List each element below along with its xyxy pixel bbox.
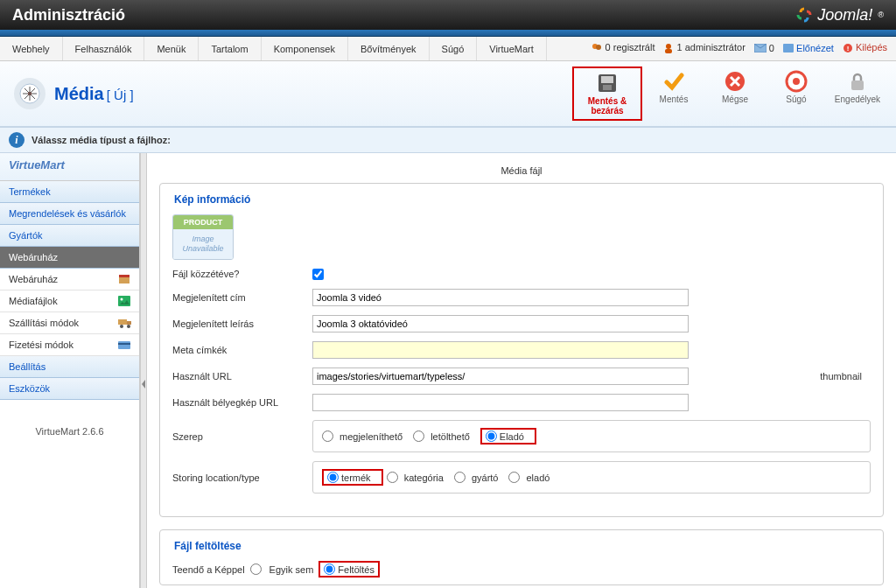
title-input[interactable] xyxy=(312,289,689,306)
status-admin[interactable]: 1 adminisztrátor xyxy=(663,42,745,54)
preview-icon xyxy=(783,44,794,54)
page-subtitle: [ Új ] xyxy=(107,88,134,102)
menu-menus[interactable]: Menük xyxy=(144,37,199,60)
sidebar-sub-payment[interactable]: Fizetési módok xyxy=(0,334,139,356)
lock-icon xyxy=(830,70,886,93)
sidebar-version: VirtueMart 2.6.6 xyxy=(0,400,139,463)
truck-icon xyxy=(118,318,130,328)
upload-none-radio[interactable] xyxy=(250,564,262,575)
svg-point-2 xyxy=(666,44,671,49)
permissions-button[interactable]: Engedélyek xyxy=(828,66,887,121)
svg-rect-20 xyxy=(851,80,864,90)
sidebar-toggle[interactable] xyxy=(140,153,147,588)
role-downloadable-radio[interactable] xyxy=(413,430,424,442)
url-input[interactable] xyxy=(312,368,689,385)
svg-point-27 xyxy=(120,325,123,328)
storing-product-radio[interactable] xyxy=(327,472,339,483)
main-menu: Webhely Felhasználók Menük Tartalom Komp… xyxy=(0,37,896,61)
info-icon: i xyxy=(9,132,24,148)
payment-icon xyxy=(118,340,130,350)
menu-extensions[interactable]: Bővítmények xyxy=(348,37,430,60)
svg-rect-15 xyxy=(601,76,613,83)
svg-rect-22 xyxy=(119,275,130,277)
svg-rect-29 xyxy=(118,341,130,349)
label-thumb-url: Használt bélyegkép URL xyxy=(172,397,312,408)
sidebar-orders[interactable]: Megrendelések és vásárlók xyxy=(0,203,139,225)
menu-virtuemart[interactable]: VirtueMart xyxy=(477,37,547,60)
logout-icon: ! xyxy=(843,43,853,55)
admin-icon xyxy=(663,43,674,55)
storing-product-label: termék xyxy=(341,472,371,483)
check-icon xyxy=(646,70,702,93)
svg-rect-23 xyxy=(118,296,130,306)
save-close-button[interactable]: Mentés & bezárás xyxy=(572,66,642,121)
published-checkbox[interactable] xyxy=(312,269,324,280)
sidebar-products[interactable]: Termékek xyxy=(0,181,139,203)
label-meta: Meta címkék xyxy=(172,345,312,355)
save-icon xyxy=(576,72,639,94)
sidebar-sub-shop[interactable]: Webáruház xyxy=(0,269,139,290)
svg-rect-16 xyxy=(603,85,612,90)
label-title: Megjelenített cím xyxy=(172,292,312,303)
role-displayable-label: megjeleníthető xyxy=(340,431,402,442)
image-info-fieldset: Kép információ PRODUCT Image Unavailable… xyxy=(159,183,884,517)
sidebar-tools[interactable]: Eszközök xyxy=(0,378,139,400)
svg-rect-3 xyxy=(665,49,672,53)
sidebar-manufacturers[interactable]: Gyártók xyxy=(0,225,139,247)
storing-manufacturer-label: gyártó xyxy=(472,472,499,483)
role-displayable-radio[interactable] xyxy=(322,430,333,442)
media-icon xyxy=(118,296,130,306)
blue-strip xyxy=(0,30,896,37)
svg-rect-25 xyxy=(118,319,127,325)
svg-point-28 xyxy=(127,325,130,328)
svg-rect-21 xyxy=(119,276,130,284)
sidebar-sub-shipping[interactable]: Szállítási módok xyxy=(0,312,139,334)
menu-site[interactable]: Webhely xyxy=(0,37,63,60)
upload-label: Teendő a Képpel xyxy=(172,564,245,575)
thumb-url-input[interactable] xyxy=(312,394,689,411)
storing-category-radio[interactable] xyxy=(387,472,398,483)
sidebar: VirtueMart Termékek Megrendelések és vás… xyxy=(0,153,140,588)
virtuemart-logo: VirtueMart xyxy=(0,153,139,181)
storing-manufacturer-radio[interactable] xyxy=(454,472,466,483)
sidebar-shop[interactable]: Webáruház xyxy=(0,247,139,269)
help-button[interactable]: Súgó xyxy=(766,66,826,121)
meta-input[interactable] xyxy=(312,341,689,359)
label-url: Használt URL xyxy=(172,371,312,382)
desc-input[interactable] xyxy=(312,315,689,332)
menu-help[interactable]: Súgó xyxy=(430,37,478,60)
storing-vendor-label: eladó xyxy=(526,472,550,483)
image-info-legend: Kép információ xyxy=(169,193,256,206)
svg-point-19 xyxy=(793,78,800,85)
label-storing: Storing location/type xyxy=(172,472,312,483)
page-icon xyxy=(14,78,46,109)
menu-users[interactable]: Felhasználók xyxy=(63,37,145,60)
role-forsale-radio[interactable] xyxy=(486,430,497,442)
storing-vendor-radio[interactable] xyxy=(508,472,520,483)
svg-rect-26 xyxy=(127,321,131,325)
title-bar: Média [ Új ] Mentés & bezárás Mentés Még… xyxy=(0,61,896,127)
joomla-icon xyxy=(796,7,812,23)
status-bar: 0 regisztrált 1 adminisztrátor 0 Előnéze… xyxy=(591,37,896,60)
save-button[interactable]: Mentés xyxy=(644,66,704,121)
shop-icon xyxy=(118,274,130,284)
status-messages[interactable]: 0 xyxy=(754,43,774,54)
cancel-button[interactable]: Mégse xyxy=(705,66,765,121)
admin-title: Adminisztráció xyxy=(12,6,125,24)
status-registered[interactable]: 0 regisztrált xyxy=(591,42,655,54)
logout-link[interactable]: ! Kilépés xyxy=(843,42,887,54)
sidebar-sub-media[interactable]: Médiafájlok xyxy=(0,290,139,312)
svg-point-1 xyxy=(596,45,601,50)
svg-text:!: ! xyxy=(847,45,850,52)
menu-content[interactable]: Tartalom xyxy=(199,37,261,60)
role-radio-group: megjeleníthető letölthető Eladó xyxy=(312,420,871,452)
menu-components[interactable]: Komponensek xyxy=(262,37,348,60)
upload-upload-radio[interactable] xyxy=(324,564,335,575)
info-bar: i Válassz média típust a fájlhoz: xyxy=(0,127,896,153)
upload-legend: Fájl feltöltése xyxy=(169,540,247,552)
preview-link[interactable]: Előnézet xyxy=(783,43,834,54)
sidebar-settings[interactable]: Beállítás xyxy=(0,356,139,378)
svg-rect-5 xyxy=(783,44,794,52)
upload-none-label: Egyik sem xyxy=(270,564,314,575)
svg-rect-30 xyxy=(118,343,130,345)
